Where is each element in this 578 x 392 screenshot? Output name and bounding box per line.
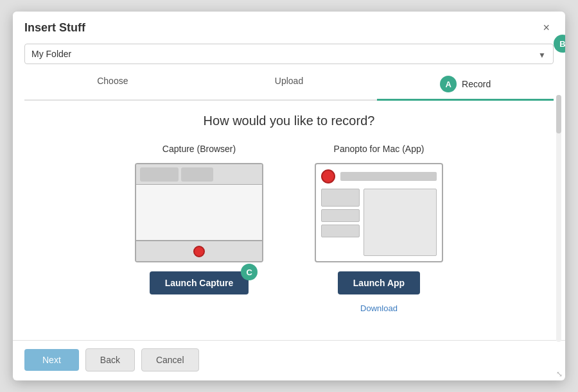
tabs-container: Choose Upload A Record [24, 69, 554, 101]
mac-right-panel [363, 189, 437, 256]
tab-record[interactable]: A Record [377, 69, 554, 101]
modal-footer: Next Back Cancel [13, 340, 565, 380]
browser-footer [136, 241, 262, 261]
mac-panel-item-1 [321, 189, 360, 207]
folder-dropdown[interactable]: My Folder [24, 44, 554, 64]
browser-illustration [135, 163, 263, 262]
browser-tab-1 [140, 167, 179, 182]
badge-b: B [554, 35, 565, 53]
record-question: How would you like to record? [204, 114, 375, 128]
modal-header: Insert Stuff × [13, 12, 565, 41]
scrollbar-thumb [556, 95, 561, 133]
browser-toolbar [136, 164, 262, 185]
next-button[interactable]: Next [24, 349, 79, 371]
modal-title: Insert Stuff [24, 21, 85, 35]
mac-left-panel [321, 189, 360, 256]
browser-record-dot [193, 246, 205, 257]
option-browser-label: Capture (Browser) [162, 144, 236, 154]
mac-panel-item-3 [321, 225, 360, 237]
launch-app-button[interactable]: Launch App [338, 271, 420, 294]
browser-tab-2 [181, 167, 213, 182]
tab-choose[interactable]: Choose [24, 69, 201, 99]
folder-row-wrapper: My Folder ▼ B [13, 41, 565, 69]
back-button[interactable]: Back [85, 348, 135, 371]
badge-a: A [440, 76, 457, 92]
browser-body [136, 185, 262, 241]
mac-record-dot [321, 169, 335, 183]
option-browser: Capture (Browser) Launch Capture C [135, 144, 263, 294]
cancel-button[interactable]: Cancel [141, 348, 199, 371]
launch-capture-button[interactable]: Launch Capture [150, 271, 249, 294]
option-mac: Panopto for Mac (App) [315, 144, 443, 313]
badge-c: C [241, 264, 258, 280]
modal-content: How would you like to record? Capture (B… [13, 101, 565, 340]
modal: Insert Stuff × My Folder ▼ B Choose Uplo… [13, 12, 565, 380]
mac-illustration [315, 163, 443, 262]
download-link[interactable]: Download [360, 303, 398, 313]
close-button[interactable]: × [539, 21, 554, 35]
options-row: Capture (Browser) Launch Capture C [135, 144, 443, 313]
resize-handle-icon: ⤡ [556, 370, 563, 378]
mac-panel-item-2 [321, 209, 360, 222]
option-mac-label: Panopto for Mac (App) [334, 144, 425, 154]
mac-top-row [321, 169, 437, 183]
tab-upload[interactable]: Upload [201, 69, 378, 99]
mac-panels [321, 189, 437, 256]
scrollbar[interactable] [556, 95, 561, 342]
launch-capture-wrapper: Launch Capture C [150, 271, 249, 294]
mac-top-bar [340, 172, 437, 181]
